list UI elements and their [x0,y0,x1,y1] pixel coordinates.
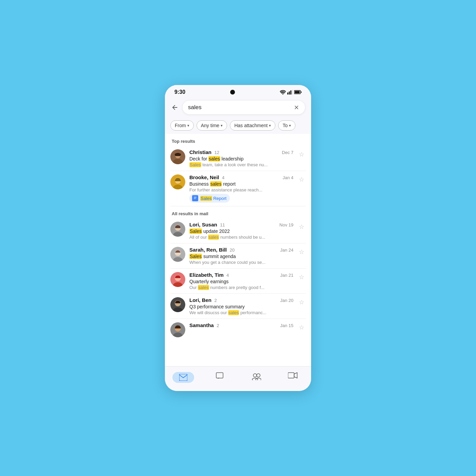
filter-to-label: To [283,123,288,128]
mail-subject-christian: Deck for sales leadership [189,156,293,162]
mail-item-lori-ben[interactable]: Lori, Ben 2 Jan 20 Q3 performance summar… [165,294,311,319]
mail-date-lori-ben: Jan 20 [280,298,293,303]
search-bar: sales [165,98,311,117]
star-button-lori-ben[interactable]: ☆ [298,297,306,307]
mail-actions-elizabeth-tim: ☆ [298,272,306,282]
spaces-nav-icon [252,372,261,380]
mail-sender-lori-ben: Lori, Ben [189,297,211,303]
chevron-down-icon: ▾ [269,123,271,128]
highlight-sales-lb: sales [228,310,239,315]
highlight-sales-prev: sales [208,235,219,240]
mail-header-lori-susan: Lori, Susan 11 Nov 19 [189,222,293,228]
star-button-sarah-ren-bill[interactable]: ☆ [298,247,306,257]
all-results-label: All results in mail [165,206,311,218]
attachment-chip-brooke-neil[interactable]: Sales Report [189,194,230,203]
mail-preview-lori-ben: We will disucss our sales performanc... [189,310,293,315]
mail-nav-icon [179,374,187,381]
mail-date-sarah-ren-bill: Jan 24 [280,248,293,253]
search-query: sales [188,104,289,111]
mail-item-samantha[interactable]: Samantha 2 Jan 15 ☆ [165,319,311,341]
star-button-elizabeth-tim[interactable]: ☆ [298,272,306,282]
mail-sender-samantha: Samantha [189,322,214,328]
mail-preview-christian: Sales team, take a look over these nu... [189,162,293,167]
back-button[interactable] [171,104,178,111]
highlight-sales-subject: sales [210,181,222,187]
avatar-christian [170,149,185,164]
attachment-label: Sales Report [200,196,226,201]
svg-point-38 [256,378,261,380]
mail-subject-sarah-ren-bill: Sales summit agenda [189,254,293,259]
mail-content-lori-susan: Lori, Susan 11 Nov 19 Sales update 2022 … [189,222,293,240]
star-button-samantha[interactable]: ☆ [298,322,306,333]
filter-any-time[interactable]: Any time ▾ [197,120,227,131]
svg-point-36 [257,374,260,377]
highlight-sales-attach: Sales [200,196,212,201]
filter-row: From ▾ Any time ▾ Has attachment ▾ To ▾ [165,117,311,134]
svg-rect-5 [295,91,300,94]
svg-rect-39 [288,373,294,378]
highlight-sales-preview: Sales [189,162,201,167]
mail-item-christian[interactable]: Christian 12 Dec 7 Deck for sales leader… [165,146,311,171]
filter-to[interactable]: To ▾ [278,120,295,131]
svg-rect-14 [193,196,197,200]
nav-pill-mail [172,372,194,383]
mail-count-lori-ben: 2 [214,298,217,303]
camera-dot [230,90,235,95]
bottom-nav [165,366,311,391]
mail-actions-lori-susan: ☆ [298,222,306,232]
signal-icon [287,90,293,95]
nav-item-mail[interactable] [165,370,202,385]
mail-count-lori-susan: 11 [220,222,225,227]
avatar-sarah-ren-bill [170,247,185,262]
highlight-sales-s: Sales [189,254,202,259]
avatar-brooke-neil [170,174,185,189]
mail-content-sarah-ren-bill: Sarah, Ren, Bill 20 Jan 24 Sales summit … [189,247,293,265]
mail-count-christian: 12 [214,150,219,155]
mail-content-christian: Christian 12 Dec 7 Deck for sales leader… [189,149,293,167]
clear-search-button[interactable] [293,104,300,111]
chevron-down-icon: ▾ [187,123,189,128]
mail-item-lori-susan[interactable]: Lori, Susan 11 Nov 19 Sales update 2022 … [165,218,311,243]
star-button-lori-susan[interactable]: ☆ [298,222,306,232]
chevron-down-icon: ▾ [289,123,291,128]
status-time: 9:30 [174,89,185,95]
mail-subject-lori-susan: Sales update 2022 [189,228,293,234]
mail-count-elizabeth-tim: 4 [226,273,229,278]
mail-header-christian: Christian 12 Dec 7 [189,149,293,155]
svg-rect-15 [194,197,197,197]
svg-rect-34 [216,373,223,378]
mail-item-brooke-neil[interactable]: Brooke, Neil 4 Jan 4 Business sales repo… [165,171,311,206]
star-button-brooke-neil[interactable]: ☆ [298,174,306,185]
filter-any-time-label: Any time [201,123,219,128]
mail-date-elizabeth-tim: Jan 21 [280,273,293,278]
nav-item-meet[interactable] [275,370,311,385]
nav-item-chat[interactable] [202,370,238,385]
mail-count-sarah-ren-bill: 20 [230,248,235,253]
mail-sender-sarah-ren-bill: Sarah, Ren, Bill [189,247,227,253]
mail-count-samantha: 2 [217,323,219,328]
highlight-sales-e: sales [198,285,209,290]
filter-has-attachment[interactable]: Has attachment ▾ [230,120,275,131]
mail-item-elizabeth-tim[interactable]: Elizabeth, Tim 4 Jan 21 Quarterly earnin… [165,269,311,293]
svg-rect-16 [194,198,197,198]
chat-nav-icon [216,372,224,380]
mail-header-brooke-neil: Brooke, Neil 4 Jan 4 [189,174,293,181]
top-results-label: Top results [165,134,311,146]
nav-item-spaces[interactable] [238,370,275,385]
chevron-down-icon: ▾ [221,123,223,128]
mail-content-samantha: Samantha 2 Jan 15 [189,322,293,330]
battery-icon [294,90,302,94]
mail-subject-elizabeth-tim: Quarterly earnings [189,279,293,284]
mail-header-elizabeth-tim: Elizabeth, Tim 4 Jan 21 [189,272,293,278]
filter-from[interactable]: From ▾ [170,120,194,131]
mail-item-sarah-ren-bill[interactable]: Sarah, Ren, Bill 20 Jan 24 Sales summit … [165,243,311,268]
wifi-icon [280,90,286,95]
search-input-container: sales [183,101,305,114]
star-button-christian[interactable]: ☆ [298,149,306,159]
mail-content-lori-ben: Lori, Ben 2 Jan 20 Q3 performance summar… [189,297,293,315]
mail-actions-brooke-neil: ☆ [298,174,306,185]
mail-subject-lori-ben: Q3 performance summary [189,304,293,309]
mail-sender-lori-susan: Lori, Susan [189,222,217,227]
mail-sender-christian: Christian [189,149,211,155]
mail-subject-brooke-neil: Business sales report [189,181,293,187]
